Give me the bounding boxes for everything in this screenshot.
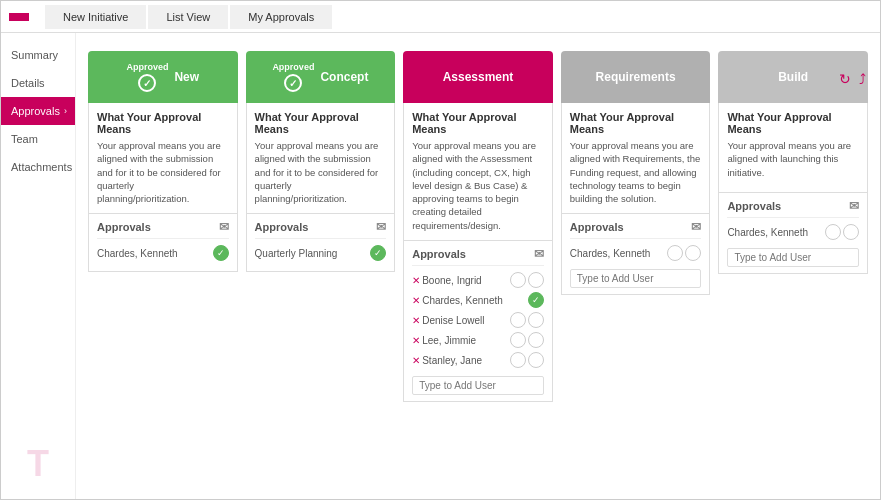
- kanban-col-new: Approved✓NewWhat Your Approval MeansYour…: [88, 51, 238, 402]
- col-header-label: Concept: [320, 70, 368, 84]
- remove-user-icon[interactable]: ✕: [412, 275, 420, 286]
- sidebar: SummaryDetailsApprovals›TeamAttachmentsT: [1, 33, 76, 500]
- sidebar-item-details[interactable]: Details: [1, 69, 75, 97]
- status-circle-icon[interactable]: [510, 332, 526, 348]
- user-name: Chardes, Kenneth: [727, 227, 825, 238]
- logo[interactable]: [9, 13, 29, 21]
- remove-user-icon[interactable]: ✕: [412, 335, 420, 346]
- approvals-header: Approvals✉: [97, 220, 229, 239]
- status-circle-icon[interactable]: [528, 332, 544, 348]
- user-name: Denise Lowell: [422, 315, 510, 326]
- status-circle-icon[interactable]: [528, 352, 544, 368]
- approved-badge: Approved✓: [126, 62, 168, 92]
- remove-user-icon[interactable]: ✕: [412, 295, 420, 306]
- user-row: ✕Stanley, Jane: [412, 352, 544, 368]
- approval-means-requirements: What Your Approval MeansYour approval me…: [561, 103, 711, 214]
- approvals-header: Approvals✉: [727, 199, 859, 218]
- approval-means-assessment: What Your Approval MeansYour approval me…: [403, 103, 553, 241]
- approval-means-build: What Your Approval MeansYour approval me…: [718, 103, 868, 193]
- status-approved-icon[interactable]: ✓: [370, 245, 386, 261]
- chevron-icon: ›: [64, 106, 67, 116]
- approval-means-concept: What Your Approval MeansYour approval me…: [246, 103, 396, 214]
- approval-means-text: Your approval means you are aligned with…: [570, 139, 702, 205]
- status-circle-icon[interactable]: [528, 312, 544, 328]
- top-nav: New InitiativeList ViewMy Approvals: [1, 1, 880, 33]
- user-name: Quarterly Planning: [255, 248, 371, 259]
- share-icon[interactable]: ⤴: [859, 71, 866, 87]
- approvals-section-build: Approvals✉Chardes, Kenneth: [718, 193, 868, 274]
- approval-means-text: Your approval means you are aligned with…: [412, 139, 544, 232]
- user-name: Lee, Jimmie: [422, 335, 510, 346]
- kanban-col-build: BuildWhat Your Approval MeansYour approv…: [718, 51, 868, 402]
- user-row: Chardes, Kenneth: [727, 224, 859, 240]
- status-circle-icon[interactable]: [685, 245, 701, 261]
- approvals-label: Approvals: [412, 248, 466, 260]
- approval-means-title: What Your Approval Means: [727, 111, 859, 135]
- sidebar-item-summary[interactable]: Summary: [1, 41, 75, 69]
- add-user-input[interactable]: [570, 269, 702, 288]
- status-approved-icon[interactable]: ✓: [528, 292, 544, 308]
- user-name: Chardes, Kenneth: [97, 248, 213, 259]
- col-header-label: Requirements: [596, 70, 676, 84]
- content-wrapper: ↻ ⤴ Approved✓NewWhat Your Approval Means…: [76, 33, 880, 500]
- status-circle-icon[interactable]: [667, 245, 683, 261]
- user-row: ✕Boone, Ingrid: [412, 272, 544, 288]
- top-actions: ↻ ⤴: [839, 71, 866, 87]
- kanban-board: Approved✓NewWhat Your Approval MeansYour…: [88, 51, 868, 402]
- user-row: Chardes, Kenneth: [570, 245, 702, 261]
- user-status: [510, 352, 544, 368]
- user-status: [510, 272, 544, 288]
- nav-tab-list-view[interactable]: List View: [148, 5, 228, 29]
- status-circle-icon[interactable]: [510, 272, 526, 288]
- col-header-concept: Approved✓Concept: [246, 51, 396, 103]
- add-user-input[interactable]: [412, 376, 544, 395]
- user-status: ✓: [528, 292, 544, 308]
- mail-icon[interactable]: ✉: [691, 220, 701, 234]
- approvals-label: Approvals: [255, 221, 309, 233]
- mail-icon[interactable]: ✉: [219, 220, 229, 234]
- sidebar-item-team[interactable]: Team: [1, 125, 75, 153]
- sidebar-item-approvals[interactable]: Approvals›: [1, 97, 75, 125]
- nav-tab-my-approvals[interactable]: My Approvals: [230, 5, 332, 29]
- user-status: ✓: [370, 245, 386, 261]
- mail-icon[interactable]: ✉: [534, 247, 544, 261]
- mail-icon[interactable]: ✉: [849, 199, 859, 213]
- remove-user-icon[interactable]: ✕: [412, 315, 420, 326]
- user-row: ✕Lee, Jimmie: [412, 332, 544, 348]
- mail-icon[interactable]: ✉: [376, 220, 386, 234]
- status-approved-icon[interactable]: ✓: [213, 245, 229, 261]
- status-circle-icon[interactable]: [843, 224, 859, 240]
- col-header-label: Build: [778, 70, 808, 84]
- status-circle-icon[interactable]: [528, 272, 544, 288]
- main-layout: SummaryDetailsApprovals›TeamAttachmentsT…: [1, 33, 880, 500]
- sidebar-item-attachments[interactable]: Attachments: [1, 153, 75, 181]
- approval-means-title: What Your Approval Means: [255, 111, 387, 135]
- remove-user-icon[interactable]: ✕: [412, 355, 420, 366]
- approval-means-new: What Your Approval MeansYour approval me…: [88, 103, 238, 214]
- user-row: ✕Denise Lowell: [412, 312, 544, 328]
- user-status: [667, 245, 701, 261]
- user-name: Boone, Ingrid: [422, 275, 510, 286]
- approval-means-title: What Your Approval Means: [412, 111, 544, 135]
- user-status: [510, 312, 544, 328]
- approvals-section-new: Approvals✉Chardes, Kenneth✓: [88, 214, 238, 272]
- refresh-icon[interactable]: ↻: [839, 71, 851, 87]
- user-status: ✓: [213, 245, 229, 261]
- check-circle-icon: ✓: [138, 74, 156, 92]
- col-header-label: Assessment: [443, 70, 514, 84]
- status-circle-icon[interactable]: [510, 312, 526, 328]
- user-name: Chardes, Kenneth: [422, 295, 528, 306]
- nav-tab-new-initiative[interactable]: New Initiative: [45, 5, 146, 29]
- approvals-section-concept: Approvals✉Quarterly Planning✓: [246, 214, 396, 272]
- add-user-input[interactable]: [727, 248, 859, 267]
- approvals-label: Approvals: [727, 200, 781, 212]
- approvals-header: Approvals✉: [255, 220, 387, 239]
- check-circle-icon: ✓: [284, 74, 302, 92]
- user-row: ✕Chardes, Kenneth✓: [412, 292, 544, 308]
- t-mobile-logo: T: [27, 443, 49, 485]
- kanban-col-requirements: RequirementsWhat Your Approval MeansYour…: [561, 51, 711, 402]
- approvals-label: Approvals: [97, 221, 151, 233]
- approved-label: Approved: [126, 62, 168, 72]
- status-circle-icon[interactable]: [825, 224, 841, 240]
- status-circle-icon[interactable]: [510, 352, 526, 368]
